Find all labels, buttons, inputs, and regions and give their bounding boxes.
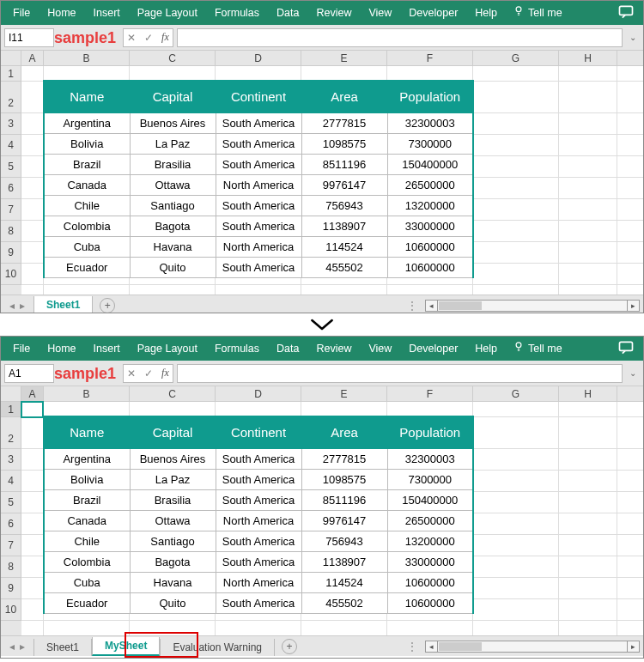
col-header-F[interactable]: F — [387, 51, 473, 65]
table-cell[interactable]: 10600000 — [387, 258, 473, 278]
table-cell[interactable]: Canada — [44, 511, 130, 531]
row-header-3[interactable]: 3 — [1, 113, 21, 135]
menu-page-layout[interactable]: Page Layout — [129, 1, 206, 25]
scroll-thumb[interactable] — [439, 301, 482, 310]
menu-insert[interactable]: Insert — [85, 1, 129, 25]
table-cell[interactable]: 1138907 — [301, 552, 387, 573]
menu-review[interactable]: Review — [307, 1, 360, 25]
table-cell[interactable]: Buenos Aires — [130, 113, 216, 134]
table-cell[interactable]: 2777815 — [301, 113, 387, 134]
row-header-10[interactable]: 10 — [1, 264, 21, 285]
table-cell[interactable]: 1138907 — [301, 216, 387, 237]
table-cell[interactable]: 8511196 — [301, 155, 387, 175]
table-cell[interactable]: 13200000 — [387, 531, 473, 552]
row-header-6[interactable]: 6 — [1, 178, 21, 199]
col-header-H[interactable]: H — [559, 386, 617, 401]
add-sheet-button[interactable]: + — [100, 298, 115, 313]
row-header-8[interactable]: 8 — [1, 221, 21, 242]
table-cell[interactable]: Havana — [130, 237, 216, 258]
menu-view[interactable]: View — [360, 1, 400, 25]
scroll-thumb[interactable] — [439, 642, 482, 651]
tab-drag-handle-icon[interactable]: ⋮ — [404, 300, 422, 312]
row-header-5[interactable]: 5 — [1, 492, 21, 513]
table-cell[interactable]: Santiago — [130, 196, 216, 216]
table-cell[interactable]: 32300003 — [387, 113, 473, 134]
fx-icon[interactable]: fx — [161, 367, 169, 380]
table-cell[interactable]: Quito — [130, 258, 216, 278]
menu-data[interactable]: Data — [268, 337, 307, 361]
name-box[interactable]: I11 — [4, 28, 54, 47]
table-cell[interactable]: 26500000 — [387, 175, 473, 196]
menu-file[interactable]: File — [4, 337, 39, 361]
table-cell[interactable]: Brazil — [44, 490, 130, 511]
col-header-A[interactable]: A — [21, 386, 44, 401]
row-header-7[interactable]: 7 — [1, 535, 21, 556]
table-cell[interactable]: 10600000 — [387, 573, 473, 593]
grid[interactable]: ABCDEFGH 12345678910 NameCapitalContinen… — [1, 51, 643, 295]
col-header-D[interactable]: D — [216, 386, 301, 401]
table-cell[interactable]: Buenos Aires — [130, 449, 216, 470]
table-cell[interactable]: Havana — [130, 573, 216, 593]
row-header-6[interactable]: 6 — [1, 513, 21, 535]
scroll-right-icon[interactable]: ▸ — [627, 301, 639, 311]
table-cell[interactable]: Colombia — [44, 216, 130, 237]
name-box[interactable]: A1 — [4, 364, 54, 383]
select-all-corner[interactable] — [1, 386, 21, 401]
table-cell[interactable]: Colombia — [44, 552, 130, 573]
menu-view[interactable]: View — [360, 337, 400, 361]
confirm-icon[interactable]: ✓ — [144, 32, 153, 44]
comments-icon[interactable] — [617, 3, 635, 23]
table-cell[interactable]: Quito — [130, 593, 216, 614]
table-cell[interactable]: Chile — [44, 531, 130, 552]
menu-help[interactable]: Help — [466, 337, 506, 361]
table-cell[interactable]: 7300000 — [387, 470, 473, 490]
formula-input[interactable] — [177, 28, 623, 47]
table-cell[interactable]: Bolivia — [44, 134, 130, 155]
add-sheet-button[interactable]: + — [282, 639, 297, 654]
fx-icon[interactable]: fx — [161, 31, 169, 44]
table-cell[interactable]: Argentina — [44, 113, 130, 134]
table-cell[interactable]: 9976147 — [301, 511, 387, 531]
table-cell[interactable]: La Paz — [130, 470, 216, 490]
formula-expand-icon[interactable]: ⌄ — [626, 368, 640, 378]
row-header-10[interactable]: 10 — [1, 599, 21, 621]
menu-developer[interactable]: Developer — [400, 1, 466, 25]
table-cell[interactable]: Canada — [44, 175, 130, 196]
table-cell[interactable]: South America — [216, 552, 301, 573]
table-cell[interactable]: Chile — [44, 196, 130, 216]
row-header-3[interactable]: 3 — [1, 449, 21, 471]
col-header-G[interactable]: G — [473, 51, 559, 65]
table-cell[interactable]: South America — [216, 258, 301, 278]
table-cell[interactable]: South America — [216, 490, 301, 511]
grid[interactable]: ABCDEFGH 12345678910 NameCapitalContinen… — [1, 386, 643, 635]
scroll-left-icon[interactable]: ◂ — [426, 641, 438, 652]
table-cell[interactable]: 33000000 — [387, 552, 473, 573]
col-header-C[interactable]: C — [130, 386, 216, 401]
table-cell[interactable]: 756943 — [301, 531, 387, 552]
table-cell[interactable]: 10600000 — [387, 593, 473, 614]
col-header-B[interactable]: B — [44, 386, 130, 401]
table-cell[interactable]: 114524 — [301, 573, 387, 593]
table-cell[interactable]: 33000000 — [387, 216, 473, 237]
sheet-tab-sheet1[interactable]: Sheet1 — [33, 296, 93, 313]
table-cell[interactable]: Bagota — [130, 216, 216, 237]
formula-expand-icon[interactable]: ⌄ — [626, 33, 640, 42]
row-header-4[interactable]: 4 — [1, 471, 21, 492]
table-cell[interactable]: 1098575 — [301, 470, 387, 490]
row-header-5[interactable]: 5 — [1, 156, 21, 178]
menu-home[interactable]: Home — [39, 337, 84, 361]
tab-drag-handle-icon[interactable]: ⋮ — [404, 641, 422, 653]
table-cell[interactable]: 7300000 — [387, 134, 473, 155]
col-header-E[interactable]: E — [301, 386, 387, 401]
table-cell[interactable]: 2777815 — [301, 449, 387, 470]
table-cell[interactable]: South America — [216, 593, 301, 614]
table-cell[interactable]: Cuba — [44, 237, 130, 258]
row-header-9[interactable]: 9 — [1, 578, 21, 599]
sheet-tab-sheet1[interactable]: Sheet1 — [33, 639, 92, 656]
table-cell[interactable]: South America — [216, 216, 301, 237]
comments-icon[interactable] — [617, 339, 635, 359]
menu-page-layout[interactable]: Page Layout — [129, 337, 206, 361]
table-cell[interactable]: South America — [216, 196, 301, 216]
table-cell[interactable]: 150400000 — [387, 490, 473, 511]
col-header-E[interactable]: E — [301, 51, 387, 65]
